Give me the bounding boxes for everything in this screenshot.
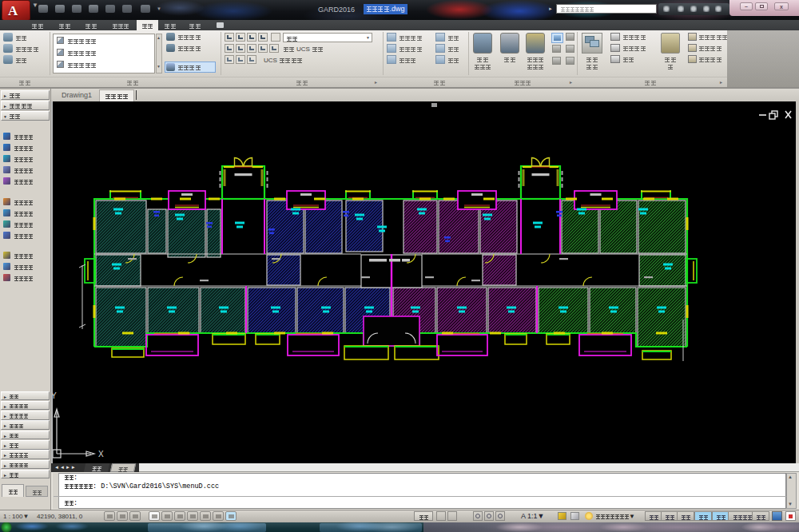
svg-text:X: X — [98, 450, 104, 459]
svg-text:Y: Y — [53, 391, 57, 400]
